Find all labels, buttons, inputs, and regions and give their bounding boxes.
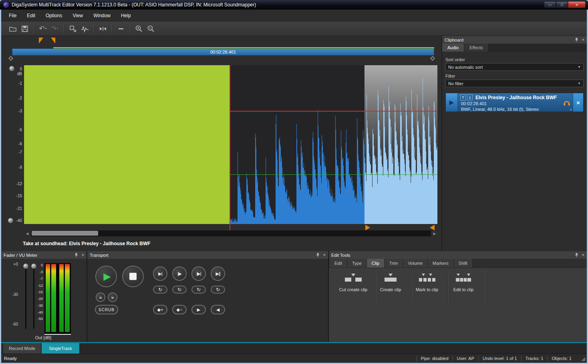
import-export-icon[interactable] bbox=[67, 23, 79, 34]
add-marker-button[interactable]: ◆+ bbox=[153, 305, 167, 314]
menu-options[interactable]: Options bbox=[40, 11, 67, 20]
scroll-left-button[interactable]: ◀ bbox=[24, 231, 30, 236]
item-remove-button[interactable]: × bbox=[573, 93, 583, 112]
overview-marker-end-icon[interactable] bbox=[51, 38, 55, 44]
scrollbar-thumb[interactable] bbox=[32, 231, 98, 236]
create-clip-button[interactable]: Create clip bbox=[373, 272, 409, 292]
open-icon[interactable] bbox=[7, 23, 19, 34]
zoom-out-icon[interactable] bbox=[145, 23, 157, 34]
scroll-right-button[interactable]: ▶ bbox=[432, 231, 437, 236]
play-button[interactable]: ▶ bbox=[95, 266, 117, 287]
menu-edit[interactable]: Edit bbox=[22, 11, 40, 20]
selection-marker-right-icon[interactable] bbox=[430, 225, 435, 230]
collapse-icon[interactable]: » bbox=[568, 108, 572, 110]
close-icon[interactable]: × bbox=[582, 253, 584, 257]
close-icon[interactable]: × bbox=[323, 253, 326, 257]
selection-marker-left-icon[interactable] bbox=[365, 225, 370, 230]
tab-record-mode[interactable]: Record Mode bbox=[3, 343, 41, 354]
waveform-canvas[interactable] bbox=[230, 65, 437, 224]
item-play-button[interactable]: ▶ bbox=[446, 93, 458, 112]
play-to-cursor-button[interactable]: ▶| bbox=[153, 266, 167, 281]
fader-track-right[interactable] bbox=[33, 268, 34, 329]
loop-to-cursor-button[interactable]: ↻ bbox=[153, 286, 167, 294]
edit-tools-tabs: Edit Type Clip Trim Volume Markers Shift bbox=[329, 259, 587, 268]
playhead-line[interactable] bbox=[230, 65, 230, 224]
waveform-edit-icon[interactable] bbox=[79, 23, 91, 34]
pin-icon[interactable] bbox=[575, 253, 578, 257]
tab-shift[interactable]: Shift bbox=[454, 259, 473, 268]
tab-trim[interactable]: Trim bbox=[385, 259, 403, 268]
tab-edit[interactable]: Edit bbox=[330, 259, 347, 268]
fader-knob-left[interactable] bbox=[23, 264, 28, 269]
pin-icon[interactable] bbox=[575, 38, 578, 42]
tab-clip[interactable]: Clip bbox=[367, 259, 385, 268]
fader-panel-title: Fader / VU Meter bbox=[4, 253, 75, 258]
loop-around-cursor-button[interactable]: ↻ bbox=[211, 286, 225, 294]
fader-track-left[interactable] bbox=[25, 268, 26, 329]
tab-singletrack[interactable]: SingleTrack bbox=[42, 343, 79, 354]
overview-handle-right[interactable] bbox=[430, 56, 435, 60]
loop-from-cursor-button[interactable]: ↻ bbox=[172, 286, 187, 294]
menu-view[interactable]: View bbox=[67, 11, 88, 20]
item-title: Elvis Presley - Jailhouse Rock BWF bbox=[475, 95, 557, 100]
item-number-cell: 1 bbox=[467, 94, 473, 100]
cut-create-clip-button[interactable]: Cut create clip bbox=[335, 272, 371, 292]
tab-type[interactable]: Type bbox=[347, 259, 367, 268]
step-forward-button[interactable]: ▶ bbox=[191, 305, 206, 314]
edit-to-clip-button[interactable]: Edit to clip bbox=[445, 272, 481, 292]
tab-markers[interactable]: Markers bbox=[428, 259, 454, 268]
minimize-button[interactable]: — bbox=[544, 1, 556, 8]
redo-icon[interactable]: ↷▾ bbox=[49, 23, 61, 34]
item-format: BWF, Linear, 48.0 kHz, 16 bit (I), Stere… bbox=[461, 107, 561, 112]
tab-audio[interactable]: Audio bbox=[442, 44, 464, 52]
close-button[interactable]: × bbox=[568, 1, 586, 8]
play-selection-button[interactable]: |▶| bbox=[191, 266, 206, 281]
resize-grip-icon[interactable]: ◢ bbox=[581, 356, 585, 361]
vu-tick: -20 bbox=[35, 297, 43, 301]
pin-icon[interactable] bbox=[316, 253, 320, 257]
status-objects: Objects: 1 bbox=[548, 356, 576, 361]
menu-help[interactable]: Help bbox=[116, 11, 136, 20]
maximize-button[interactable]: □ bbox=[556, 1, 568, 8]
vu-tick: -7 bbox=[35, 277, 43, 281]
tab-effects[interactable]: Effects bbox=[464, 44, 488, 52]
pin-icon[interactable] bbox=[75, 253, 78, 257]
ruler-knob-bottom[interactable] bbox=[8, 218, 13, 223]
menu-window[interactable]: Window bbox=[88, 11, 116, 20]
db-tick: -6 bbox=[6, 142, 22, 146]
stop-button[interactable] bbox=[122, 266, 144, 287]
remove-marker-button[interactable]: ◆− bbox=[172, 305, 187, 314]
clipboard-item[interactable]: ▶ T 1 Elvis Presley - Jailhouse Rock BWF… bbox=[445, 93, 584, 112]
scrub-button[interactable]: SCRUB bbox=[95, 305, 118, 314]
save-icon[interactable] bbox=[19, 23, 31, 34]
sort-order-label: Sort order bbox=[445, 57, 584, 62]
undo-icon[interactable]: ↶▾ bbox=[37, 23, 49, 34]
tab-volume[interactable]: Volume bbox=[403, 259, 428, 268]
play-from-cursor-button[interactable]: |▶ bbox=[172, 266, 187, 281]
skip-to-marker-icon[interactable] bbox=[97, 23, 109, 34]
overview-handle-left[interactable] bbox=[8, 56, 13, 60]
sort-order-select[interactable]: No automatic sort ▼ bbox=[445, 63, 584, 71]
step-back-button[interactable]: ◀ bbox=[211, 305, 225, 314]
window-title: DigaSystem MultiTrack Editor Version 7.1… bbox=[12, 2, 256, 8]
edit-to-clip-icon bbox=[445, 272, 481, 285]
overview-marker-start-icon[interactable] bbox=[39, 38, 43, 44]
rewind-button[interactable]: « bbox=[96, 292, 105, 302]
fader-vu-panel: Fader / VU Meter × +0 -30 -60 0 -3 -7 -1… bbox=[1, 251, 87, 342]
forward-button[interactable]: » bbox=[108, 292, 117, 302]
marked-region[interactable] bbox=[24, 65, 230, 224]
remove-icon[interactable] bbox=[115, 23, 127, 34]
filter-select[interactable]: No filter ▼ bbox=[445, 80, 584, 87]
overview-position-bar[interactable]: 00:02:28.401 bbox=[12, 48, 434, 56]
close-icon[interactable]: × bbox=[582, 38, 584, 42]
zoom-in-icon[interactable] bbox=[133, 23, 145, 34]
mark-to-clip-button[interactable]: Mark to clip bbox=[409, 272, 445, 292]
waveform-display[interactable] bbox=[24, 65, 437, 224]
play-around-cursor-button[interactable]: ▶|| bbox=[211, 266, 225, 281]
menu-file[interactable]: File bbox=[4, 11, 22, 20]
loop-selection-button[interactable]: ↻ bbox=[191, 286, 206, 294]
close-icon[interactable]: × bbox=[82, 253, 84, 257]
horizontal-scrollbar[interactable] bbox=[31, 230, 431, 236]
stop-icon bbox=[129, 273, 137, 280]
cut-create-clip-icon bbox=[335, 272, 371, 285]
